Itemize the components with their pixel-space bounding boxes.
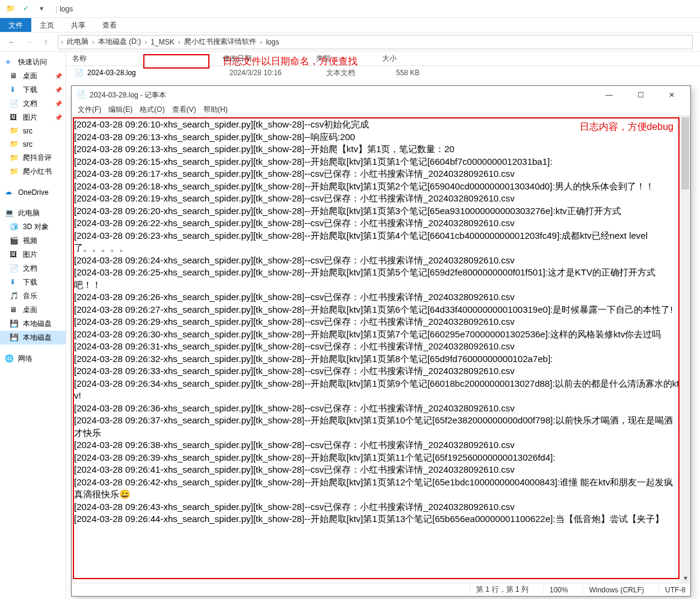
menu-format[interactable]: 格式(O) [136, 105, 168, 115]
annotation-text-2: 日志内容，方便debug [580, 121, 674, 134]
desktop-icon [10, 306, 19, 315]
tab-share[interactable]: 共享 [63, 18, 94, 32]
check-icon[interactable] [23, 4, 33, 14]
status-enc: UTF-8 [658, 586, 686, 594]
pin-icon: 📌 [55, 114, 62, 121]
crumb-logs[interactable]: logs [262, 38, 283, 46]
cloud-icon [5, 188, 14, 197]
notepad-menu: 文件(F) 编辑(E) 格式(O) 查看(V) 帮助(H) [72, 104, 690, 116]
status-eol: Windows (CRLF) [583, 586, 644, 594]
maximize-button[interactable]: ☐ [627, 86, 654, 104]
file-icon [75, 69, 84, 77]
menu-file[interactable]: 文件(F) [74, 105, 105, 115]
notepad-body: [2024-03-28 09:26:10-xhs_search_spider.p… [72, 116, 690, 583]
up-button[interactable]: ↑ [37, 34, 54, 51]
download-icon [10, 85, 19, 95]
sidebar-this-pc[interactable]: 此电脑 [0, 206, 66, 220]
tab-view[interactable]: 查看 [94, 18, 125, 32]
window-title: logs [60, 5, 73, 13]
sidebar-item-xhs[interactable]: 爬小红书 [0, 165, 66, 179]
dropdown-icon[interactable] [40, 4, 49, 14]
file-type: 文本文档 [326, 68, 392, 78]
crumb-disk[interactable]: 本地磁盘 (D:) [94, 37, 144, 47]
ribbon: 文件 主页 共享 查看 [0, 18, 700, 32]
sidebar-item-desktop[interactable]: 桌面📌 [0, 69, 66, 83]
file-size: 558 KB [396, 69, 456, 77]
notepad-window: 2024-03-28.log - 记事本 — ☐ ✕ 文件(F) 编辑(E) 格… [71, 85, 691, 597]
file-row[interactable]: 2024-03-28.log 2024/3/28 10:16 文本文档 558 … [66, 66, 700, 79]
menu-view[interactable]: 查看(V) [169, 105, 200, 115]
sidebar-item-documents[interactable]: 文档📌 [0, 97, 66, 111]
nav-bar: ← → ↑ › 此电脑› 本地磁盘 (D:)› 1_MSK› 爬小红书搜索详情软… [0, 32, 700, 52]
disk-icon [10, 333, 19, 343]
folder-icon [10, 167, 19, 177]
picture-icon [10, 250, 19, 260]
scrollbar[interactable]: ▴ ▾ [680, 116, 690, 583]
crumb-pc[interactable]: 此电脑 [63, 37, 92, 47]
download-icon [10, 278, 19, 287]
file-name: 2024-03-28.log [87, 69, 226, 77]
pin-icon: 📌 [55, 87, 62, 93]
scroll-down-icon[interactable]: ▾ [680, 573, 690, 583]
sidebar-item-disk-d[interactable]: 本地磁盘 [0, 331, 66, 345]
crumb-msk[interactable]: 1_MSK [147, 38, 178, 46]
folder-icon [6, 4, 16, 14]
folder-icon [10, 126, 19, 136]
picture-icon [10, 113, 19, 123]
sidebar-item-downloads[interactable]: 下载📌 [0, 83, 66, 97]
minimize-button[interactable]: — [595, 86, 623, 104]
video-icon [10, 236, 19, 246]
sidebar-item-src1[interactable]: src [0, 124, 66, 138]
sidebar-item-videos[interactable]: 视频 [0, 234, 66, 248]
scroll-thumb[interactable] [681, 117, 689, 189]
document-icon [10, 99, 19, 109]
notepad-title: 2024-03-28.log - 记事本 [90, 90, 592, 100]
sidebar-network[interactable]: 网络 [0, 352, 66, 366]
notepad-statusbar: 第 1 行，第 1 列 100% Windows (CRLF) UTF-8 [72, 583, 690, 596]
folder-icon [10, 153, 19, 163]
3d-icon [10, 223, 19, 232]
sidebar-item-pictures[interactable]: 图片📌 [0, 111, 66, 124]
explorer-titlebar: | logs [0, 0, 700, 18]
close-button[interactable]: ✕ [658, 86, 686, 104]
folder-icon [10, 140, 19, 149]
tab-home[interactable]: 主页 [31, 18, 63, 32]
sidebar-item-music[interactable]: 音乐 [0, 289, 66, 303]
forward-button[interactable]: → [20, 34, 37, 51]
notepad-icon [76, 90, 86, 100]
sidebar-item-downloads2[interactable]: 下载 [0, 275, 66, 289]
sidebar-onedrive[interactable]: OneDrive [0, 186, 66, 199]
col-size[interactable]: 大小 [376, 54, 436, 64]
status-zoom: 100% [543, 586, 568, 594]
sidebar-quick-access[interactable]: 快速访问 [0, 55, 66, 69]
notepad-text[interactable]: [2024-03-28 09:26:10-xhs_search_spider.p… [72, 116, 690, 528]
pc-icon [5, 209, 14, 218]
sidebar-item-disk-c[interactable]: 本地磁盘 [0, 317, 66, 331]
network-icon [5, 354, 14, 364]
sidebar-item-pictures2[interactable]: 图片 [0, 248, 66, 262]
crumb-spider[interactable]: 爬小红书搜索详情软件 [181, 37, 260, 47]
notepad-titlebar[interactable]: 2024-03-28.log - 记事本 — ☐ ✕ [72, 86, 690, 104]
sidebar: 快速访问 桌面📌 下载📌 文档📌 图片📌 src src 爬抖音评 爬小红书 O… [0, 52, 66, 599]
pin-icon: 📌 [55, 73, 62, 79]
sidebar-item-dy[interactable]: 爬抖音评 [0, 151, 66, 165]
document-icon [10, 264, 19, 274]
desktop-icon [10, 72, 19, 81]
tab-file[interactable]: 文件 [0, 18, 31, 32]
separator: | [55, 5, 57, 13]
col-name[interactable]: 名称 [66, 54, 217, 64]
file-date: 2024/3/28 10:16 [229, 69, 323, 77]
breadcrumb[interactable]: › 此电脑› 本地磁盘 (D:)› 1_MSK› 爬小红书搜索详情软件› log… [58, 35, 693, 49]
music-icon [10, 292, 19, 301]
pin-icon: 📌 [55, 100, 62, 107]
sidebar-item-desktop2[interactable]: 桌面 [0, 303, 66, 317]
sidebar-item-3d[interactable]: 3D 对象 [0, 220, 66, 234]
disk-icon [10, 319, 19, 329]
sidebar-item-src2[interactable]: src [0, 138, 66, 151]
annotation-text-1: 日志文件以日期命名，方便查找 [223, 55, 358, 68]
menu-edit[interactable]: 编辑(E) [105, 105, 136, 115]
sidebar-item-documents2[interactable]: 文档 [0, 262, 66, 275]
back-button[interactable]: ← [4, 34, 20, 51]
status-pos: 第 1 行，第 1 列 [469, 585, 528, 595]
menu-help[interactable]: 帮助(H) [200, 105, 232, 115]
